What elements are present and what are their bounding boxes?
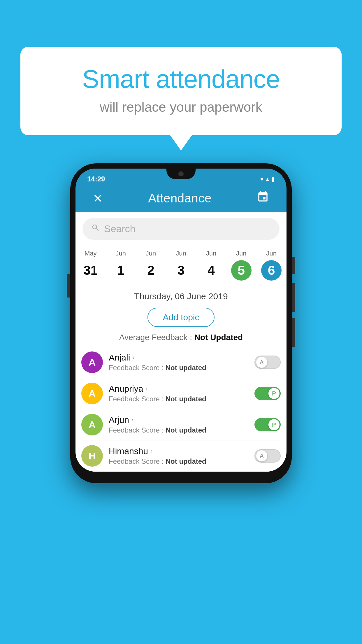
status-icons: ▾ ▴ ▮ bbox=[260, 175, 275, 183]
toggle-container[interactable]: A bbox=[254, 356, 281, 369]
avatar: A bbox=[81, 414, 103, 435]
chevron-icon: › bbox=[131, 416, 133, 424]
student-info: Himanshu ›Feedback Score : Not updated bbox=[109, 446, 249, 466]
student-item[interactable]: HHimanshu ›Feedback Score : Not updatedA bbox=[81, 440, 281, 472]
student-list: AAnjali ›Feedback Score : Not updatedAAA… bbox=[75, 347, 287, 472]
speech-bubble-subtitle: will replace your paperwork bbox=[44, 99, 318, 115]
attendance-toggle[interactable]: P bbox=[254, 387, 281, 400]
avg-feedback: Average Feedback : Not Updated bbox=[75, 331, 287, 347]
chevron-icon: › bbox=[145, 385, 147, 393]
student-info: Anjali ›Feedback Score : Not updated bbox=[109, 353, 249, 372]
attendance-toggle[interactable]: A bbox=[254, 449, 281, 463]
toggle-container[interactable]: A bbox=[254, 449, 281, 463]
side-button-power bbox=[292, 257, 295, 274]
day-month-label: Jun bbox=[266, 250, 277, 257]
screen-content: Search May31Jun1Jun2Jun3Jun4Jun5Jun6 Thu… bbox=[75, 212, 287, 472]
day-month-label: May bbox=[85, 250, 97, 257]
search-placeholder: Search bbox=[104, 223, 136, 235]
student-info: Anupriya ›Feedback Score : Not updated bbox=[109, 384, 249, 403]
calendar-day[interactable]: Jun4 bbox=[196, 247, 226, 284]
day-number-label: 2 bbox=[141, 260, 161, 281]
feedback-score: Feedback Score : Not updated bbox=[109, 426, 249, 434]
toggle-knob: A bbox=[256, 357, 267, 368]
chevron-icon: › bbox=[150, 447, 152, 455]
close-button[interactable]: ✕ bbox=[93, 192, 103, 205]
feedback-score: Feedback Score : Not updated bbox=[109, 395, 249, 403]
toggle-container[interactable]: P bbox=[254, 387, 281, 400]
side-button-volume bbox=[67, 274, 70, 298]
toggle-knob: A bbox=[256, 450, 267, 461]
student-name: Anjali › bbox=[109, 353, 249, 363]
add-topic-container: Add topic bbox=[75, 305, 287, 331]
student-name: Arjun › bbox=[109, 415, 249, 425]
phone-container: 14:29 ▾ ▴ ▮ ✕ Attendance bbox=[70, 163, 292, 483]
front-camera bbox=[178, 171, 184, 176]
student-item[interactable]: AAnupriya ›Feedback Score : Not updatedP bbox=[81, 378, 281, 409]
search-bar[interactable]: Search bbox=[82, 218, 280, 240]
side-button-vol-down bbox=[292, 318, 295, 347]
search-icon bbox=[91, 223, 100, 234]
avatar: H bbox=[81, 445, 103, 467]
search-container: Search bbox=[75, 212, 287, 243]
chevron-icon: › bbox=[132, 354, 134, 361]
day-number-label: 1 bbox=[110, 260, 131, 281]
student-name: Himanshu › bbox=[109, 446, 249, 456]
phone: 14:29 ▾ ▴ ▮ ✕ Attendance bbox=[70, 163, 292, 483]
signal-icon: ▴ bbox=[266, 175, 269, 183]
calendar-day[interactable]: May31 bbox=[75, 247, 106, 284]
calendar-day[interactable]: Jun6 bbox=[256, 247, 287, 284]
student-item[interactable]: AArjun ›Feedback Score : Not updatedP bbox=[81, 409, 281, 440]
day-number-label: 4 bbox=[201, 260, 221, 281]
day-number-label: 3 bbox=[171, 260, 191, 281]
attendance-toggle[interactable]: A bbox=[254, 356, 281, 369]
toggle-knob: P bbox=[268, 419, 280, 430]
speech-bubble-container: Smart attendance will replace your paper… bbox=[20, 47, 342, 135]
toggle-knob: P bbox=[268, 388, 280, 399]
calendar-day[interactable]: Jun3 bbox=[166, 247, 196, 284]
avg-feedback-label: Average Feedback : bbox=[119, 333, 192, 342]
day-month-label: Jun bbox=[115, 250, 126, 257]
app-title: Attendance bbox=[148, 191, 212, 205]
attendance-toggle[interactable]: P bbox=[254, 418, 281, 431]
calendar-day[interactable]: Jun1 bbox=[106, 247, 136, 284]
calendar-day[interactable]: Jun5 bbox=[226, 247, 256, 284]
phone-top-bar: 14:29 ▾ ▴ ▮ ✕ Attendance bbox=[75, 169, 287, 212]
day-number-label: 31 bbox=[80, 260, 101, 281]
student-item[interactable]: AAnjali ›Feedback Score : Not updatedA bbox=[81, 347, 281, 378]
date-header: Thursday, 06 June 2019 bbox=[75, 286, 287, 305]
student-name: Anupriya › bbox=[109, 384, 249, 394]
side-button-vol-up bbox=[292, 283, 295, 312]
student-info: Arjun ›Feedback Score : Not updated bbox=[109, 415, 249, 434]
day-month-label: Jun bbox=[206, 250, 216, 257]
toggle-container[interactable]: P bbox=[254, 418, 281, 431]
day-month-label: Jun bbox=[176, 250, 186, 257]
avatar: A bbox=[81, 383, 103, 404]
day-month-label: Jun bbox=[236, 250, 246, 257]
feedback-score: Feedback Score : Not updated bbox=[109, 457, 249, 466]
battery-icon: ▮ bbox=[271, 175, 275, 183]
wifi-icon: ▾ bbox=[260, 175, 263, 183]
add-topic-button[interactable]: Add topic bbox=[147, 308, 214, 327]
speech-bubble: Smart attendance will replace your paper… bbox=[20, 47, 342, 135]
day-month-label: Jun bbox=[146, 250, 156, 257]
calendar-strip: May31Jun1Jun2Jun3Jun4Jun5Jun6 bbox=[75, 243, 287, 286]
speech-bubble-title: Smart attendance bbox=[44, 64, 318, 94]
avg-feedback-value: Not Updated bbox=[194, 333, 243, 342]
app-header: ✕ Attendance bbox=[84, 186, 278, 212]
avatar: A bbox=[81, 351, 103, 373]
calendar-icon[interactable] bbox=[257, 191, 269, 206]
calendar-day[interactable]: Jun2 bbox=[136, 247, 166, 284]
notch-cutout bbox=[166, 169, 196, 179]
status-time: 14:29 bbox=[87, 175, 105, 183]
feedback-score: Feedback Score : Not updated bbox=[109, 364, 249, 372]
day-number-label: 6 bbox=[261, 260, 282, 281]
day-number-label: 5 bbox=[231, 260, 252, 281]
